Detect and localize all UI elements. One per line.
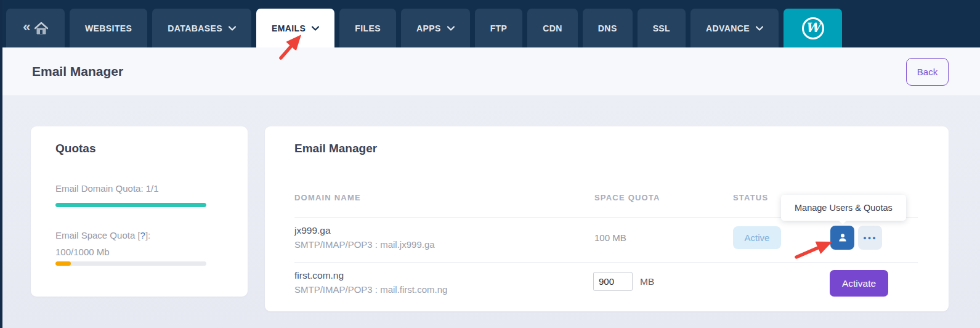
nav-tab-label: WEBSITES [85, 23, 132, 33]
domain-name: jx999.ga [294, 225, 435, 236]
nav-tab-databases[interactable]: DATABASES [152, 9, 251, 47]
nav-tab-websites[interactable]: WEBSITES [70, 9, 147, 47]
nav-tab-ftp[interactable]: FTP [475, 9, 523, 47]
nav-tab-label: SSL [653, 23, 670, 33]
email-manager-card: Email Manager DOMAIN NAME SPACE QUOTA ST… [265, 126, 949, 311]
user-icon [836, 232, 849, 244]
activate-button[interactable]: Activate [830, 270, 888, 297]
column-header-domain-name: DOMAIN NAME [294, 193, 361, 202]
help-link[interactable]: ? [140, 230, 145, 240]
chevron-down-icon [312, 26, 319, 31]
email-space-quota-progressbar [55, 261, 206, 266]
nav-tab-label: FILES [355, 23, 381, 33]
label-text: Email Space Quota [ [55, 230, 140, 240]
email-space-quota-value: 100/1000 Mb [55, 247, 110, 257]
home-icon[interactable] [34, 22, 48, 35]
domain-cell: first.com.ng SMTP/IMAP/POP3 : mail.first… [294, 270, 447, 295]
status-badge: Active [733, 226, 781, 249]
progress-fill [55, 203, 206, 207]
page-title: Email Manager [32, 64, 123, 79]
chevron-down-icon [756, 26, 763, 31]
domain-mail-endpoints: SMTP/IMAP/POP3 : mail.first.com.ng [294, 284, 447, 295]
main-content: Quotas Email Domain Quota: 1/1 Email Spa… [0, 96, 980, 328]
nav-tab-label: DNS [598, 23, 617, 33]
email-space-quota-label: Email Space Quota [?]: [55, 230, 150, 240]
column-header-status: STATUS [733, 193, 768, 202]
nav-tab-advance[interactable]: ADVANCE [690, 9, 779, 47]
email-domain-quota-label: Email Domain Quota: 1/1 [55, 183, 159, 194]
domain-name: first.com.ng [294, 270, 447, 281]
table-row: jx999.ga SMTP/IMAP/POP3 : mail.jx999.ga … [294, 218, 918, 263]
nav-tab-label: APPS [416, 23, 441, 33]
nav-tab-label: ADVANCE [706, 23, 750, 33]
quotas-card: Quotas Email Domain Quota: 1/1 Email Spa… [31, 126, 248, 297]
more-actions-button[interactable]: ●●● [858, 226, 882, 250]
wordpress-icon: W [802, 17, 824, 39]
back-button[interactable]: Back [906, 58, 949, 86]
email-manager-card-title: Email Manager [294, 142, 377, 155]
nav-tab-apps[interactable]: APPS [401, 9, 470, 47]
domain-cell: jx999.ga SMTP/IMAP/POP3 : mail.jx999.ga [294, 225, 435, 250]
chevron-down-icon [229, 26, 236, 31]
collapse-sidebar-icon[interactable]: « [23, 20, 31, 34]
nav-tab-ssl[interactable]: SSL [638, 9, 686, 47]
quotas-card-title: Quotas [55, 142, 95, 155]
domain-mail-endpoints: SMTP/IMAP/POP3 : mail.jx999.ga [294, 239, 435, 250]
quota-unit-label: MB [640, 276, 654, 287]
chevron-down-icon [447, 26, 455, 31]
nav-home-tab[interactable]: « [6, 9, 65, 47]
space-quota-value: 100 MB [594, 232, 626, 243]
progress-fill [55, 261, 71, 266]
email-domain-quota-progressbar [55, 203, 206, 207]
nav-tab-files[interactable]: FILES [339, 9, 396, 47]
nav-tab-label: CDN [543, 23, 562, 33]
nav-tab-label: EMAILS [272, 23, 306, 33]
table-row: first.com.ng SMTP/IMAP/POP3 : mail.first… [294, 263, 918, 303]
nav-tab-wordpress[interactable]: W [784, 9, 842, 47]
top-navigation: « WEBSITES DATABASES EMAILS FILES APPS F… [0, 0, 980, 47]
nav-tab-dns[interactable]: DNS [583, 9, 633, 47]
manage-users-quotas-tooltip: Manage Users & Quotas [781, 195, 906, 221]
page-header: Email Manager Back [0, 47, 980, 96]
nav-tab-label: DATABASES [168, 23, 222, 33]
nav-tab-label: FTP [490, 23, 508, 33]
nav-tab-cdn[interactable]: CDN [527, 9, 578, 47]
space-quota-input[interactable] [593, 272, 633, 291]
quota-edit-group: MB [593, 272, 654, 291]
column-header-space-quota: SPACE QUOTA [594, 193, 660, 202]
nav-tab-emails[interactable]: EMAILS [256, 9, 334, 47]
label-text: ]: [145, 230, 150, 240]
left-edge-strip [0, 0, 2, 328]
ellipsis-icon: ●●● [863, 235, 877, 241]
